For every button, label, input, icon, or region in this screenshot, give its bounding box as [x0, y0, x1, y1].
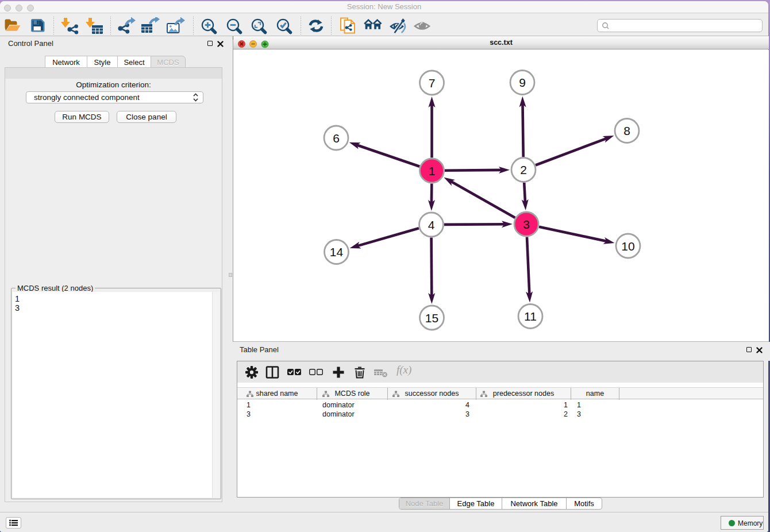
- svg-text:14: 14: [330, 245, 344, 259]
- svg-text:1: 1: [429, 164, 436, 178]
- svg-text:3: 3: [523, 218, 530, 231]
- svg-text:8: 8: [623, 124, 630, 137]
- svg-text:9: 9: [519, 76, 526, 89]
- svg-text:11: 11: [524, 310, 537, 323]
- svg-text:15: 15: [425, 311, 438, 325]
- svg-text:4: 4: [428, 218, 435, 232]
- svg-text:10: 10: [621, 240, 634, 253]
- svg-text:7: 7: [429, 76, 436, 90]
- svg-text:6: 6: [333, 132, 340, 145]
- svg-text:2: 2: [520, 163, 527, 176]
